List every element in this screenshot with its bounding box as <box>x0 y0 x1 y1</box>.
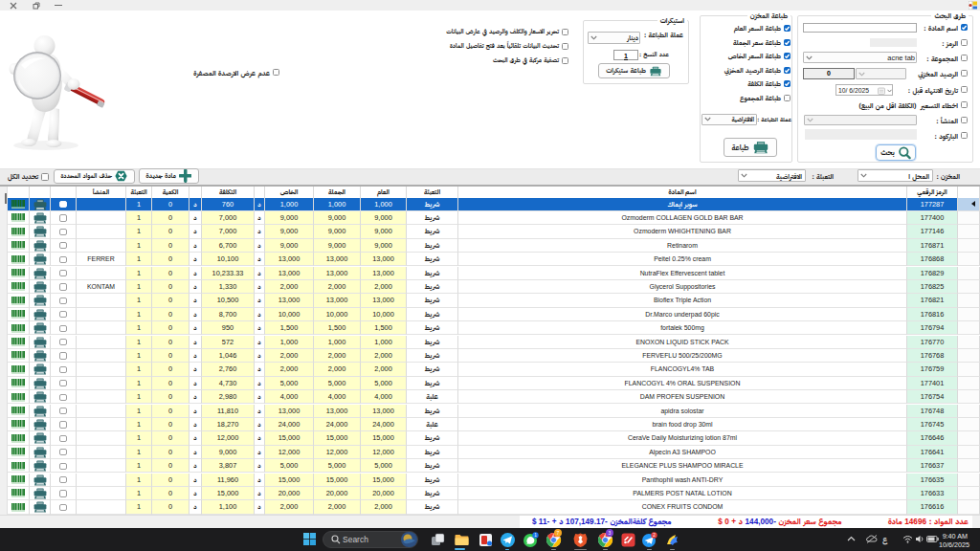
svg-text:7: 7 <box>557 530 560 536</box>
svg-text:3: 3 <box>609 530 612 536</box>
